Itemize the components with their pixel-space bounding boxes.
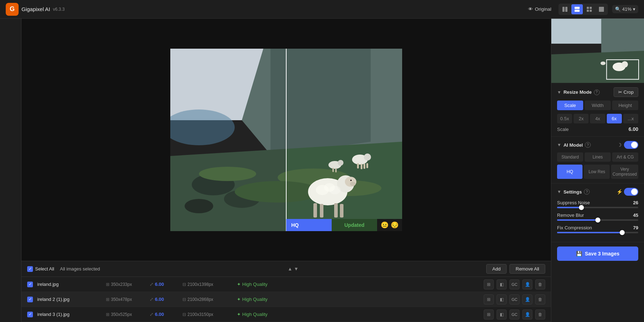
scale-row: Scale 6.00	[557, 126, 638, 132]
file-checkbox-3[interactable]: ✓	[27, 312, 33, 317]
view-split-v-button[interactable]	[571, 4, 583, 14]
hq-badge: HQ	[286, 219, 332, 231]
remove-blur-slider-row: Remove Blur 45	[557, 213, 638, 221]
svg-point-43	[316, 185, 329, 195]
svg-point-36	[345, 177, 356, 187]
sad-face-icon[interactable]: 😔	[391, 221, 399, 229]
moon-icon: ☽	[617, 142, 622, 148]
sort-down-button[interactable]: ▼	[294, 266, 298, 272]
scale-label: Scale	[557, 127, 569, 132]
quality-tab-group: HQ Low Res Very Compressed	[557, 165, 638, 179]
file-person-btn-2[interactable]: 👤	[522, 294, 532, 304]
resize-mode-header: ▼ Resize Mode ? ✂ Crop	[557, 87, 638, 97]
view-toggle-group	[558, 4, 608, 15]
file-thumb-btn-2[interactable]: ⊞	[484, 294, 494, 304]
model-tab-lines[interactable]: Lines	[585, 152, 611, 162]
table-row: ✓ ireland 3 (1).jpg ⊞ 350x525px ⤢ 6.00 ⊟…	[21, 307, 551, 322]
fix-compression-track[interactable]	[557, 232, 638, 233]
resize-tab-scale[interactable]: Scale	[557, 101, 583, 110]
file-actions-3: ⊞ ◧ GC 👤 🗑	[484, 309, 545, 319]
quality-tab-hq[interactable]: HQ	[557, 165, 582, 179]
ai-model-toggle[interactable]	[624, 141, 638, 149]
resize-mode-section: ▼ Resize Mode ? ✂ Crop Scale Width Heigh…	[551, 83, 644, 137]
file-src-dim-3: ⊞ 350x525px	[106, 312, 145, 317]
image-canvas[interactable]: HQ Updated 😐 😔	[21, 19, 551, 261]
svg-marker-12	[242, 49, 402, 163]
file-gc-btn-1[interactable]: GC	[509, 279, 519, 289]
svg-point-17	[224, 190, 260, 208]
compare-line	[286, 49, 287, 231]
scale-btn-05x[interactable]: 0.5x	[557, 114, 572, 123]
scale-btn-2x[interactable]: 2x	[574, 114, 589, 123]
remove-all-button[interactable]: Remove All	[509, 264, 545, 274]
suppress-noise-thumb[interactable]	[579, 205, 584, 210]
quality-tab-lowres[interactable]: Low Res	[584, 165, 609, 179]
crop-button[interactable]: ✂ Crop	[614, 87, 638, 97]
quality-tab-compressed[interactable]: Very Compressed	[611, 165, 638, 179]
remove-blur-thumb[interactable]	[595, 218, 600, 223]
scale-btn-4x[interactable]: 4x	[590, 114, 605, 123]
view-single-button[interactable]	[596, 4, 607, 14]
neutral-face-icon[interactable]: 😐	[381, 221, 389, 229]
crop-label: Crop	[624, 89, 634, 95]
view-compare-button[interactable]	[584, 4, 595, 14]
file-checkbox-2[interactable]: ✓	[27, 297, 33, 302]
resize-tab-height[interactable]: Height	[612, 101, 638, 110]
file-scale-2: ⤢ 6.00	[150, 297, 178, 302]
file-trash-btn-3[interactable]: 🗑	[535, 309, 545, 319]
scale-btn-6x[interactable]: 6x	[607, 114, 622, 123]
file-trash-btn-2[interactable]: 🗑	[535, 294, 545, 304]
model-tab-standard[interactable]: Standard	[557, 152, 583, 162]
select-all-button[interactable]: ✓ Select All	[27, 266, 54, 272]
suppress-noise-track[interactable]	[557, 207, 638, 208]
settings-section: ▼ Settings ? ⚡ Suppress Noise 26	[551, 184, 644, 242]
model-tab-art-cg[interactable]: Art & CG	[612, 152, 638, 162]
file-checkbox-1[interactable]: ✓	[27, 282, 33, 287]
resize-tab-width[interactable]: Width	[585, 101, 611, 110]
file-trash-btn-1[interactable]: 🗑	[535, 279, 545, 289]
zoom-control[interactable]: 🔍 41% ▾	[612, 5, 638, 13]
save-button[interactable]: 💾 Save 3 Images	[557, 247, 638, 261]
ai-model-help-icon[interactable]: ?	[585, 142, 591, 148]
fix-compression-thumb[interactable]	[620, 230, 625, 235]
collapse-resize-icon[interactable]: ▼	[557, 90, 561, 95]
file-thumb-btn-3[interactable]: ⊞	[484, 309, 494, 319]
settings-title: Settings	[564, 189, 582, 195]
scale-btn-custom[interactable]: ...x	[623, 114, 638, 123]
check-icon: ✓	[29, 267, 32, 271]
svg-point-24	[352, 155, 368, 165]
file-list-header: ✓ Select All All images selected ▲ ▼ Add…	[21, 261, 551, 277]
original-view-button[interactable]: 👁 Original	[525, 5, 554, 13]
ai-model-section: ▼ AI Model ? ☽ Standard Lines Art & CG H…	[551, 137, 644, 184]
right-panel: ▼ Resize Mode ? ✂ Crop Scale Width Heigh…	[551, 19, 644, 322]
file-compare-btn-3[interactable]: ◧	[497, 309, 507, 319]
file-quality-3: ✦ High Quality	[237, 312, 283, 317]
file-person-btn-1[interactable]: 👤	[522, 279, 532, 289]
file-name-2: ireland 2 (1).jpg	[37, 297, 102, 302]
sort-up-button[interactable]: ▲	[288, 266, 292, 272]
remove-blur-track[interactable]	[557, 219, 638, 221]
file-thumb-btn-1[interactable]: ⊞	[484, 279, 494, 289]
file-gc-btn-2[interactable]: GC	[509, 294, 519, 304]
svg-rect-2	[575, 7, 580, 9]
view-split-h-button[interactable]	[559, 4, 571, 14]
add-button[interactable]: Add	[486, 264, 507, 274]
collapse-ai-icon[interactable]: ▼	[557, 142, 561, 147]
file-person-btn-3[interactable]: 👤	[522, 309, 532, 319]
file-scale-3: ⤢ 6.00	[150, 312, 178, 317]
settings-header: ▼ Settings ? ⚡	[557, 188, 638, 196]
svg-point-16	[192, 174, 235, 195]
svg-point-44	[324, 183, 335, 192]
resize-mode-help-icon[interactable]: ?	[594, 89, 600, 95]
file-gc-btn-3[interactable]: GC	[509, 309, 519, 319]
settings-help-icon[interactable]: ?	[584, 189, 590, 195]
settings-toggle[interactable]	[624, 188, 638, 196]
header-controls: 👁 Original	[525, 4, 638, 15]
main-area: HQ Updated 😐 😔 ✓	[0, 19, 644, 322]
file-compare-btn-2[interactable]: ◧	[497, 294, 507, 304]
svg-point-31	[338, 160, 343, 166]
add-remove-controls: Add Remove All	[486, 264, 545, 274]
file-compare-btn-1[interactable]: ◧	[497, 279, 507, 289]
suppress-noise-label-row: Suppress Noise 26	[557, 200, 638, 205]
collapse-settings-icon[interactable]: ▼	[557, 189, 561, 194]
